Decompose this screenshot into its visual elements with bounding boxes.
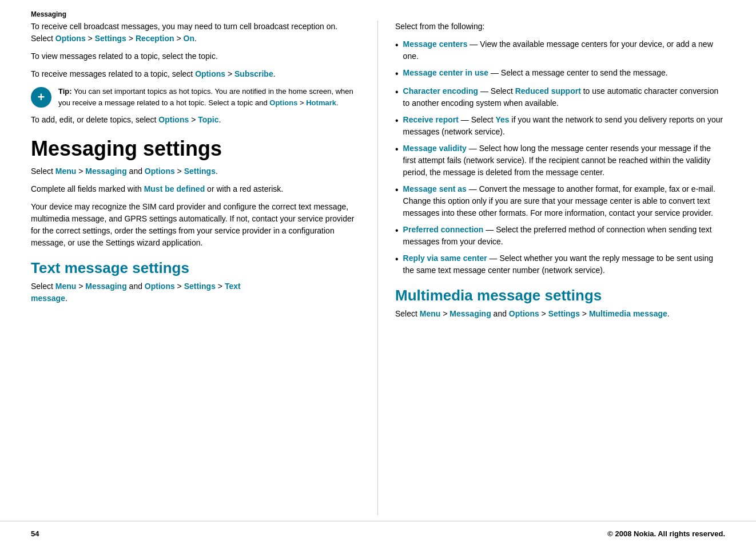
list-item: • Preferred connection — Select the pref…: [395, 224, 725, 248]
left-column: To receive cell broadcast messages, you …: [31, 21, 378, 515]
select-menu-para: Select Menu > Messaging and Options > Se…: [31, 165, 360, 177]
list-item: • Message center in use — Select a messa…: [395, 67, 725, 81]
page: Messaging To receive cell broadcast mess…: [0, 0, 756, 546]
complete-para: Complete all fields marked with Must be …: [31, 183, 360, 195]
right-column: Select from the following: • Message cen…: [378, 21, 725, 515]
list-item: • Message centers — View the available m…: [395, 38, 725, 62]
tip-text: Tip: You can set important topics as hot…: [58, 86, 360, 108]
multimedia-msg-settings-title: Multimedia message settings: [395, 287, 725, 304]
para-broadcast: To receive cell broadcast messages, you …: [31, 21, 360, 45]
list-item: • Message validity — Select how long the…: [395, 143, 725, 179]
list-item: • Reply via same center — Select whether…: [395, 252, 725, 276]
tip-box: + Tip: You can set important topics as h…: [31, 86, 360, 108]
list-item: • Message sent as — Convert the message …: [395, 183, 725, 219]
settings-list: • Message centers — View the available m…: [395, 38, 725, 276]
para-add: To add, edit, or delete topics, select O…: [31, 114, 360, 126]
page-number: 54: [31, 529, 39, 538]
text-msg-settings-title: Text message settings: [31, 259, 360, 277]
messaging-settings-title: Messaging settings: [31, 136, 360, 161]
tip-label: Tip:: [58, 87, 72, 96]
list-item: • Receive report — Select Yes if you wan…: [395, 114, 725, 138]
select-from: Select from the following:: [395, 21, 725, 33]
header-label: Messaging: [31, 10, 66, 18]
tip-icon: +: [31, 87, 51, 108]
copyright: © 2008 Nokia. All rights reserved.: [607, 529, 725, 538]
device-para: Your device may recognize the SIM card p…: [31, 201, 360, 249]
para-receive: To receive messages related to a topic, …: [31, 68, 360, 80]
multimedia-select: Select Menu > Messaging and Options > Se…: [395, 308, 725, 320]
list-item: • Character encoding — Select Reduced su…: [395, 85, 725, 109]
header: Messaging: [0, 0, 756, 21]
para-view: To view messages related to a topic, sel…: [31, 50, 360, 62]
text-msg-select: Select Menu > Messaging and Options > Se…: [31, 280, 360, 304]
content-area: To receive cell broadcast messages, you …: [0, 21, 756, 515]
footer: 54 © 2008 Nokia. All rights reserved.: [0, 521, 756, 546]
